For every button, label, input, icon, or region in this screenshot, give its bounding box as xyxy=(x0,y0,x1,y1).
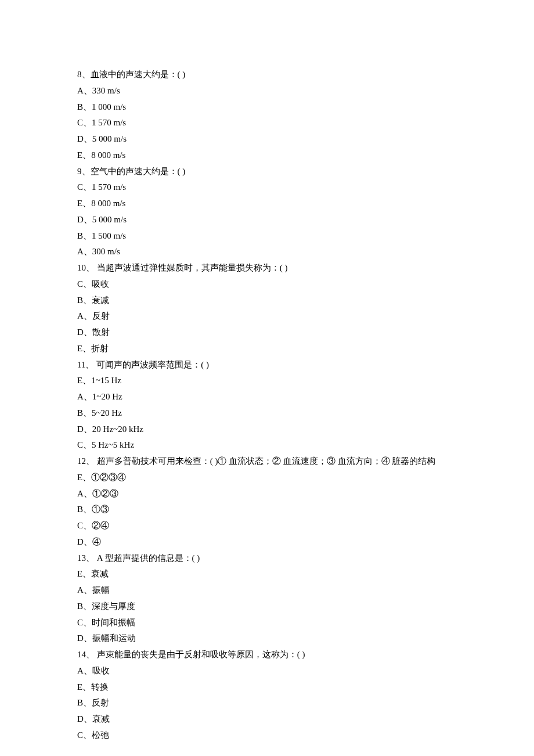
option-text: A、①②③ xyxy=(77,486,457,502)
option-text: B、①③ xyxy=(77,502,457,518)
question-text: 11、 可闻声的声波频率范围是：( ) xyxy=(77,357,457,373)
question-text: 14、 声束能量的丧失是由于反射和吸收等原因，这称为：( ) xyxy=(77,647,457,663)
option-text: A、吸收 xyxy=(77,663,457,679)
question-text: 8、血液中的声速大约是：( ) xyxy=(77,67,457,83)
option-text: B、反射 xyxy=(77,695,457,711)
option-text: C、松弛 xyxy=(77,728,457,744)
option-text: D、衰减 xyxy=(77,711,457,728)
option-text: A、反射 xyxy=(77,308,457,325)
option-text: C、吸收 xyxy=(77,276,457,293)
option-text: E、转换 xyxy=(77,679,457,696)
option-text: D、5 000 m/s xyxy=(77,212,457,228)
option-text: B、1 500 m/s xyxy=(77,228,457,244)
question-text: 12、 超声多普勒技术可用来检查：( )① 血流状态；② 血流速度；③ 血流方向… xyxy=(77,453,457,470)
option-text: A、1~20 Hz xyxy=(77,389,457,405)
option-text: D、④ xyxy=(77,534,457,550)
question-text: 10、 当超声波通过弹性媒质时，其声能量损失称为：( ) xyxy=(77,260,457,276)
option-text: B、1 000 m/s xyxy=(77,99,457,116)
option-text: A、振幅 xyxy=(77,582,457,599)
option-text: D、5 000 m/s xyxy=(77,131,457,147)
question-block: 9、空气中的声速大约是：( )C、1 570 m/sE、8 000 m/sD、5… xyxy=(77,164,457,261)
option-text: E、折射 xyxy=(77,341,457,357)
option-text: E、8 000 m/s xyxy=(77,196,457,212)
option-text: C、②④ xyxy=(77,518,457,534)
option-text: C、1 570 m/s xyxy=(77,115,457,131)
question-block: 8、血液中的声速大约是：( )A、330 m/sB、1 000 m/sC、1 5… xyxy=(77,67,457,164)
question-block: 13、 A 型超声提供的信息是：( )E、衰减A、振幅B、深度与厚度C、时间和振… xyxy=(77,550,457,647)
question-text: 13、 A 型超声提供的信息是：( ) xyxy=(77,550,457,567)
option-text: C、1 570 m/s xyxy=(77,179,457,196)
option-text: D、散射 xyxy=(77,325,457,341)
question-text: 9、空气中的声速大约是：( ) xyxy=(77,164,457,180)
option-text: A、300 m/s xyxy=(77,244,457,260)
option-text: C、5 Hz~5 kHz xyxy=(77,437,457,453)
option-text: E、①②③④ xyxy=(77,470,457,486)
option-text: B、深度与厚度 xyxy=(77,599,457,615)
option-text: A、330 m/s xyxy=(77,83,457,99)
question-block: 11、 可闻声的声波频率范围是：( )E、1~15 HzA、1~20 HzB、5… xyxy=(77,357,457,454)
option-text: B、衰减 xyxy=(77,293,457,309)
option-text: B、5~20 Hz xyxy=(77,405,457,422)
question-block: 14、 声束能量的丧失是由于反射和吸收等原因，这称为：( )A、吸收E、转换B、… xyxy=(77,647,457,744)
question-block: 12、 超声多普勒技术可用来检查：( )① 血流状态；② 血流速度；③ 血流方向… xyxy=(77,453,457,550)
option-text: E、8 000 m/s xyxy=(77,147,457,164)
option-text: E、1~15 Hz xyxy=(77,373,457,389)
option-text: C、时间和振幅 xyxy=(77,615,457,631)
option-text: D、20 Hz~20 kHz xyxy=(77,422,457,438)
option-text: D、振幅和运动 xyxy=(77,631,457,647)
option-text: E、衰减 xyxy=(77,566,457,582)
question-block: 10、 当超声波通过弹性媒质时，其声能量损失称为：( )C、吸收B、衰减A、反射… xyxy=(77,260,457,357)
